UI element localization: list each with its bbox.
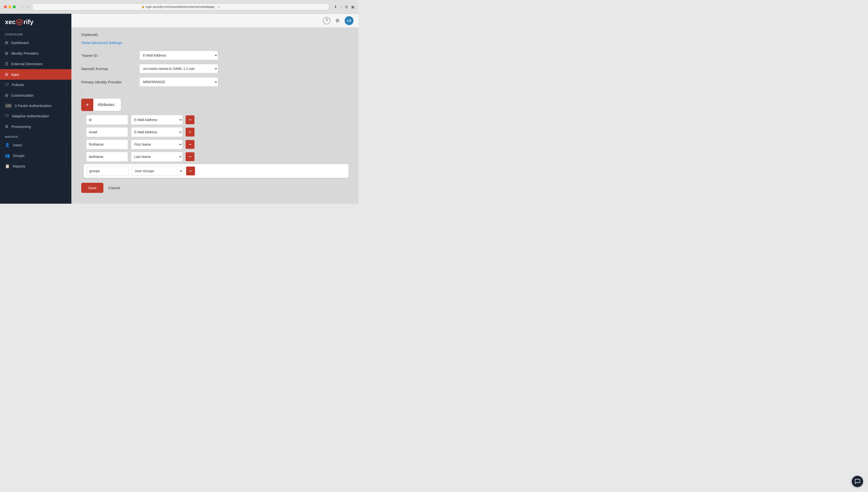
configure-section-label: Configure bbox=[0, 29, 71, 38]
attr-type-select-email[interactable]: E-Mail Address First Name Last Name User… bbox=[131, 127, 183, 137]
sidebar-item-label-dashboard: Dashboard bbox=[11, 41, 67, 45]
sidebar-item-apps[interactable]: ⊞ Apps bbox=[0, 69, 71, 80]
sidebar-item-label-external-directories: External Directories bbox=[11, 62, 67, 66]
colon-row: : bbox=[81, 91, 349, 95]
attr-name-input-email[interactable] bbox=[86, 127, 128, 137]
close-button[interactable] bbox=[4, 5, 7, 8]
sidebar: xec rify Configure ⊞ Dashboard ⊞ Identit… bbox=[0, 14, 71, 204]
attr-name-input-lastname[interactable] bbox=[86, 152, 128, 162]
groups-chevron-icon: › bbox=[66, 154, 67, 157]
attr-name-input-groups[interactable] bbox=[87, 166, 128, 176]
attr-row-firstname: E-Mail Address First Name Last Name User… bbox=[86, 140, 349, 149]
attr-type-select-groups[interactable]: E-Mail Address First Name Last Name User… bbox=[132, 166, 183, 176]
main-content: ? ⚙ LG (Optional): Show Advanced Setting… bbox=[71, 14, 358, 204]
sidebar-item-provisioning[interactable]: ⚙ Provisioning bbox=[0, 121, 71, 132]
sidebar-item-policies[interactable]: 🛡 Policies › bbox=[0, 80, 71, 90]
app-header: ? ⚙ LG bbox=[71, 14, 358, 28]
save-button[interactable]: Save bbox=[81, 183, 103, 193]
nameid-format-row: NameID Format: urn:oasis:names:tc:SAML:1… bbox=[81, 64, 349, 73]
browser-nav-controls: ‹ › bbox=[21, 4, 29, 9]
settings-button[interactable]: ⚙ bbox=[334, 17, 341, 25]
sidebar-item-external-directories[interactable]: ☰ External Directories bbox=[0, 58, 71, 69]
logo-text: xec rify bbox=[5, 18, 67, 26]
attr-row-id: E-Mail Address First Name Last Name User… bbox=[86, 115, 349, 125]
logo-part1: xec bbox=[5, 18, 16, 26]
download-icon[interactable]: ⬇ bbox=[334, 5, 337, 9]
address-bar[interactable]: 🔒 login.xecurify.com/moas/admin/customer… bbox=[32, 3, 329, 10]
new-tab-icon[interactable]: ⊞ bbox=[345, 5, 348, 9]
sidebar-item-label-2fa: 2-Factor Authentication bbox=[15, 104, 63, 108]
refresh-icon[interactable]: ↻ bbox=[218, 5, 220, 8]
avatar[interactable]: LG bbox=[345, 16, 353, 25]
apps-icon: ⊞ bbox=[5, 72, 8, 77]
sidebar-item-label-users: Users bbox=[13, 143, 63, 147]
sidebar-item-groups[interactable]: 👥 Groups › bbox=[0, 150, 71, 161]
groups-icon: 👥 bbox=[5, 153, 10, 158]
optional-label: (Optional): bbox=[81, 32, 349, 36]
remove-attr-button-groups[interactable]: − bbox=[186, 167, 195, 175]
2fa-chevron-icon: › bbox=[66, 104, 67, 107]
attr-row-email: E-Mail Address First Name Last Name User… bbox=[86, 127, 349, 137]
reports-icon: 📋 bbox=[5, 164, 10, 169]
sidebar-icon[interactable]: ▣ bbox=[351, 5, 354, 9]
attributes-header: + Attributes : bbox=[81, 99, 121, 111]
minimize-button[interactable] bbox=[8, 5, 11, 8]
users-icon: 👤 bbox=[5, 143, 10, 147]
name-id-label: *Name ID : bbox=[81, 53, 135, 57]
sidebar-item-adaptive-auth[interactable]: 🛡 Adaptive Authentication bbox=[0, 111, 71, 121]
add-attribute-button[interactable]: + bbox=[81, 99, 93, 111]
sidebar-item-identity-providers[interactable]: ⊞ Identity Providers bbox=[0, 48, 71, 58]
share-icon[interactable]: ↑ bbox=[340, 5, 342, 9]
remove-attr-button-firstname[interactable]: − bbox=[186, 140, 194, 149]
nameid-format-select[interactable]: urn:oasis:names:tc:SAML:1.1:nan bbox=[139, 64, 218, 73]
users-chevron-icon: › bbox=[66, 144, 67, 147]
nameid-format-label: NameID Format: bbox=[81, 67, 135, 71]
sidebar-item-label-reports: Reports bbox=[13, 164, 63, 168]
sidebar-item-users[interactable]: 👤 Users › bbox=[0, 140, 71, 150]
attr-name-input-id[interactable] bbox=[86, 115, 128, 125]
forward-button[interactable]: › bbox=[26, 4, 29, 9]
sidebar-item-label-policies: Policies bbox=[12, 83, 63, 87]
policies-chevron-icon: › bbox=[66, 83, 67, 87]
sidebar-item-label-provisioning: Provisioning bbox=[11, 125, 67, 129]
attr-type-select-lastname[interactable]: E-Mail Address First Name Last Name User… bbox=[131, 152, 183, 162]
remove-attr-button-email[interactable]: − bbox=[186, 128, 194, 137]
sidebar-item-2fa[interactable]: 123 2-Factor Authentication › bbox=[0, 101, 71, 111]
traffic-lights bbox=[4, 5, 16, 8]
2fa-icon: 123 bbox=[5, 103, 12, 108]
policies-icon: 🛡 bbox=[5, 83, 9, 87]
remove-attr-button-lastname[interactable]: − bbox=[186, 152, 194, 161]
customization-chevron-icon: › bbox=[66, 94, 67, 97]
sidebar-item-label-adaptive-auth: Adaptive Authentication bbox=[12, 114, 67, 118]
primary-idp-select[interactable]: MINIORANGE bbox=[139, 77, 218, 87]
sidebar-item-customization[interactable]: ⊞ Customization › bbox=[0, 90, 71, 101]
external-directories-icon: ☰ bbox=[5, 62, 8, 66]
browser-chrome: ‹ › 🔒 login.xecurify.com/moas/admin/cust… bbox=[0, 0, 358, 14]
sidebar-item-label-identity-providers: Identity Providers bbox=[11, 51, 67, 55]
logo-shield-icon bbox=[16, 19, 23, 26]
cancel-button[interactable]: Cancel bbox=[107, 183, 121, 193]
attr-type-select-firstname[interactable]: E-Mail Address First Name Last Name User… bbox=[131, 140, 183, 149]
maximize-button[interactable] bbox=[13, 5, 16, 8]
logo-part2: rify bbox=[23, 18, 33, 26]
identity-providers-icon: ⊞ bbox=[5, 51, 8, 56]
browser-action-icons: ⬇ ↑ ⊞ ▣ bbox=[334, 5, 355, 9]
lock-icon: 🔒 bbox=[141, 5, 145, 8]
attr-row-lastname: E-Mail Address First Name Last Name User… bbox=[86, 152, 349, 162]
attributes-label: Attributes : bbox=[93, 100, 121, 109]
advanced-settings-link[interactable]: Show Advanced Settings bbox=[81, 41, 349, 45]
form-area: (Optional): Show Advanced Settings *Name… bbox=[71, 28, 358, 203]
remove-attr-button-id[interactable]: − bbox=[186, 115, 194, 124]
attr-name-input-firstname[interactable] bbox=[86, 140, 128, 149]
sidebar-item-label-groups: Groups bbox=[13, 154, 63, 158]
help-button[interactable]: ? bbox=[323, 17, 330, 24]
attr-row-groups: E-Mail Address First Name Last Name User… bbox=[84, 164, 349, 178]
manage-section-label: Manage bbox=[0, 132, 71, 140]
sidebar-item-reports[interactable]: 📋 Reports › bbox=[0, 161, 71, 171]
attr-type-select-id[interactable]: E-Mail Address First Name Last Name User… bbox=[131, 115, 183, 125]
name-id-select[interactable]: E-Mail Address Username Phone bbox=[139, 51, 218, 60]
sidebar-item-dashboard[interactable]: ⊞ Dashboard bbox=[0, 38, 71, 48]
adaptive-auth-icon: 🛡 bbox=[5, 114, 9, 118]
customization-icon: ⊞ bbox=[5, 93, 8, 98]
back-button[interactable]: ‹ bbox=[21, 4, 24, 9]
